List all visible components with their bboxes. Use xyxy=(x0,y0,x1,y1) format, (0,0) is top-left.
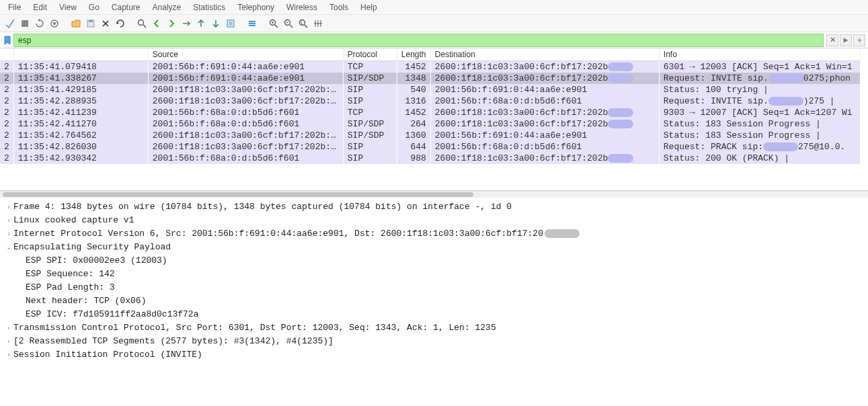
tree-linux-cooked[interactable]: › Linux cooked capture v1 xyxy=(4,214,864,227)
tree-esp-icv[interactable]: ESP ICV: f7d105911ff2aa8d0c13f72a xyxy=(4,308,864,321)
display-filter-input[interactable] xyxy=(13,34,824,47)
menu-file[interactable]: File xyxy=(3,1,26,13)
tree-esp-pad[interactable]: ESP Pad Length: 3 xyxy=(4,281,864,294)
go-first-icon[interactable] xyxy=(195,17,207,30)
tree-esp-seq[interactable]: ESP Sequence: 142 xyxy=(4,268,864,281)
menu-statistics[interactable]: Statistics xyxy=(188,1,231,13)
redacted-icon xyxy=(608,120,633,128)
packet-row[interactable]: 211:35:41.3382672001:56b:f:691:0:44:aa6e… xyxy=(0,73,861,84)
close-file-icon[interactable] xyxy=(100,17,112,30)
packet-list-hscrollbar[interactable] xyxy=(0,191,868,198)
svg-point-5 xyxy=(139,19,144,25)
redacted-icon xyxy=(768,74,803,83)
open-file-icon[interactable] xyxy=(70,17,82,30)
toolbar: 1 xyxy=(0,15,868,32)
svg-rect-9 xyxy=(249,23,255,24)
packet-list-pane: Source Protocol Length Destination Info … xyxy=(0,48,868,198)
menu-analyze[interactable]: Analyze xyxy=(147,1,187,13)
zoom-out-icon[interactable] xyxy=(282,17,294,30)
redacted-icon xyxy=(545,229,580,238)
go-back-icon[interactable] xyxy=(151,17,163,30)
packet-row[interactable]: 211:35:41.0794182001:56b:f:691:0:44:aa6e… xyxy=(0,61,861,73)
column-protocol[interactable]: Protocol xyxy=(343,48,397,61)
redacted-icon xyxy=(768,97,803,106)
go-forward-icon[interactable] xyxy=(165,17,177,30)
capture-options-icon[interactable] xyxy=(48,17,61,30)
expand-arrow-icon[interactable]: › xyxy=(4,321,13,335)
zoom-reset-icon[interactable]: 1 xyxy=(297,17,309,30)
tree-ipv6[interactable]: › Internet Protocol Version 6, Src: 2001… xyxy=(4,227,864,241)
filter-add-button[interactable]: ＋ xyxy=(853,34,865,46)
column-no[interactable] xyxy=(0,48,13,61)
tree-esp[interactable]: ⌄ Encapsulating Security Payload xyxy=(4,241,864,254)
menu-go[interactable]: Go xyxy=(83,1,105,13)
resize-columns-icon[interactable] xyxy=(312,17,324,30)
tree-reassembly[interactable]: › [2 Reassembled TCP Segments (2577 byte… xyxy=(4,335,864,348)
svg-rect-4 xyxy=(89,20,93,22)
filter-clear-button[interactable]: ✕ xyxy=(826,34,838,46)
filter-apply-button[interactable] xyxy=(840,34,852,46)
reload-file-icon[interactable] xyxy=(114,17,126,30)
restart-capture-icon[interactable] xyxy=(34,17,46,30)
packet-row[interactable]: 211:35:42.2889352600:1f18:1c03:3a00:6cf:… xyxy=(0,95,861,107)
column-info[interactable]: Info xyxy=(659,48,860,61)
packet-row[interactable]: 211:35:42.4112702001:56b:f:68a:0:d:b5d6:… xyxy=(0,118,861,130)
svg-point-2 xyxy=(53,22,56,25)
go-last-icon[interactable] xyxy=(210,17,222,30)
auto-scroll-icon[interactable] xyxy=(225,17,237,30)
tree-tcp-label: Transmission Control Protocol, Src Port:… xyxy=(13,321,496,335)
expand-arrow-icon[interactable]: › xyxy=(4,335,13,348)
tree-reasm-label: [2 Reassembled TCP Segments (2577 bytes)… xyxy=(13,335,333,348)
svg-line-6 xyxy=(143,25,146,28)
tree-tcp[interactable]: › Transmission Control Protocol, Src Por… xyxy=(4,321,864,335)
svg-line-12 xyxy=(275,25,278,28)
redacted-icon xyxy=(763,143,798,151)
column-length[interactable]: Length xyxy=(397,48,430,61)
packet-row[interactable]: 211:35:42.9303422001:56b:f:68a:0:d:b5d6:… xyxy=(0,153,861,164)
column-destination[interactable]: Destination xyxy=(430,48,659,61)
tree-frame[interactable]: › Frame 4: 1348 bytes on wire (10784 bit… xyxy=(4,200,864,214)
stop-capture-icon[interactable] xyxy=(19,17,31,30)
menu-wireless[interactable]: Wireless xyxy=(281,1,323,13)
menu-edit[interactable]: Edit xyxy=(28,1,52,13)
expand-arrow-icon[interactable]: › xyxy=(4,227,13,241)
menu-help[interactable]: Help xyxy=(355,1,383,13)
packet-list-header[interactable]: Source Protocol Length Destination Info xyxy=(0,48,861,61)
tree-sip[interactable]: › Session Initiation Protocol (INVITE) xyxy=(4,348,864,362)
find-packet-icon[interactable] xyxy=(136,17,148,30)
packet-row[interactable]: 211:35:42.4112392001:56b:f:68a:0:d:b5d6:… xyxy=(0,107,861,118)
expand-arrow-icon[interactable]: › xyxy=(4,214,13,227)
tree-esp-next[interactable]: Next header: TCP (0x06) xyxy=(4,294,864,308)
menu-capture[interactable]: Capture xyxy=(106,1,146,13)
packet-row[interactable]: 211:35:41.4291852600:1f18:1c03:3a00:6cf:… xyxy=(0,84,861,95)
svg-rect-10 xyxy=(249,25,255,26)
menu-telephony[interactable]: Telephony xyxy=(232,1,280,13)
tree-esp-label: Encapsulating Security Payload xyxy=(13,241,171,254)
svg-line-19 xyxy=(305,25,307,28)
redacted-icon xyxy=(608,74,633,83)
packet-row[interactable]: 211:35:42.8260302600:1f18:1c03:3a00:6cf:… xyxy=(0,141,861,153)
filter-bookmark-icon[interactable] xyxy=(3,36,12,45)
menu-tools[interactable]: Tools xyxy=(324,1,354,13)
zoom-in-icon[interactable] xyxy=(268,17,280,30)
column-source[interactable]: Source xyxy=(148,48,343,61)
expand-arrow-icon[interactable]: › xyxy=(4,200,13,214)
start-capture-icon[interactable] xyxy=(4,17,16,30)
svg-text:1: 1 xyxy=(301,21,303,25)
tree-sip-label: Session Initiation Protocol (INVITE) xyxy=(13,348,202,362)
packet-details-pane[interactable]: › Frame 4: 1348 bytes on wire (10784 bit… xyxy=(0,198,868,393)
svg-line-16 xyxy=(290,25,292,28)
column-time[interactable] xyxy=(13,48,148,61)
tree-ipv6-label: Internet Protocol Version 6, Src: 2001:5… xyxy=(13,227,580,241)
tree-esp-spi[interactable]: ESP SPI: 0x00002ee3 (12003) xyxy=(4,254,864,268)
go-to-packet-icon[interactable] xyxy=(180,17,192,30)
menubar: File Edit View Go Capture Analyze Statis… xyxy=(0,0,868,15)
svg-rect-8 xyxy=(249,21,255,22)
menu-view[interactable]: View xyxy=(54,1,82,13)
save-file-icon[interactable] xyxy=(85,17,97,30)
packet-row[interactable]: 211:35:42.7645622600:1f18:1c03:3a00:6cf:… xyxy=(0,130,861,141)
packet-list-table[interactable]: Source Protocol Length Destination Info … xyxy=(0,48,861,164)
expand-arrow-icon[interactable]: › xyxy=(4,348,13,362)
collapse-arrow-icon[interactable]: ⌄ xyxy=(4,241,13,254)
colorize-icon[interactable] xyxy=(246,17,258,30)
